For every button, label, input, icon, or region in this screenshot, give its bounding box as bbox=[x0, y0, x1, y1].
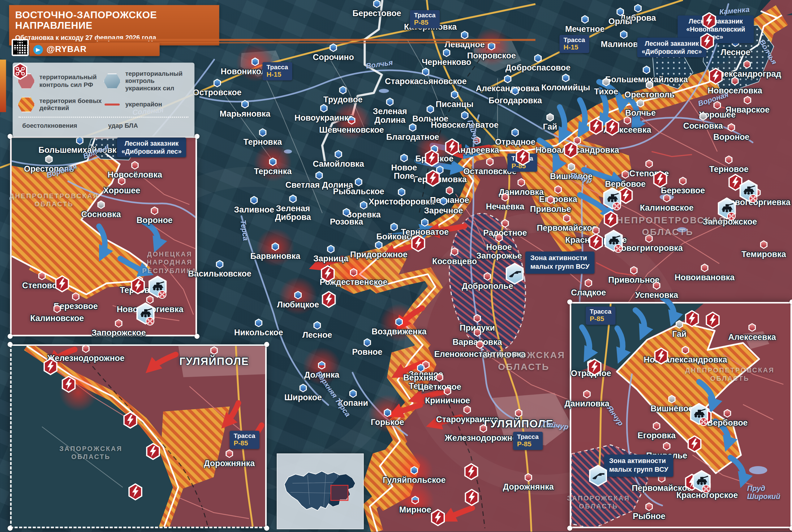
town[interactable]: Розовка bbox=[330, 208, 363, 226]
town[interactable]: Калиновское bbox=[30, 304, 84, 323]
town[interactable]: Любицкое bbox=[277, 291, 319, 309]
town[interactable]: Васильковское bbox=[188, 260, 251, 278]
town[interactable]: Новоалександровка bbox=[643, 346, 727, 364]
town-marker-icon bbox=[210, 346, 218, 355]
town[interactable]: Благодатное bbox=[386, 123, 439, 141]
town-label: Вороное bbox=[136, 216, 173, 225]
town[interactable]: Островское bbox=[193, 79, 241, 97]
town[interactable]: Зеленая Диброва bbox=[275, 194, 311, 222]
town[interactable]: Новоселовка bbox=[708, 77, 762, 95]
town[interactable]: Алексеевка bbox=[728, 323, 776, 341]
town[interactable]: Доброспасовое bbox=[506, 54, 571, 72]
town[interactable]: Красногорское bbox=[676, 481, 738, 499]
town[interactable]: Богодаровка bbox=[489, 87, 542, 105]
water-label: Пруд Широкий bbox=[747, 484, 780, 500]
town[interactable]: Терноватое bbox=[401, 218, 449, 236]
town[interactable]: Отрадное bbox=[571, 359, 611, 378]
town[interactable]: Трудовое bbox=[323, 86, 363, 104]
town[interactable]: Горькое bbox=[371, 408, 404, 427]
town[interactable]: ГУЛЯЙПОЛЕ bbox=[180, 346, 249, 367]
town[interactable]: Рыбное bbox=[633, 502, 665, 520]
town[interactable]: Никольское bbox=[234, 319, 283, 337]
town-label: Отрадное bbox=[495, 138, 535, 146]
region-label: ЗАПОРОЖСКАЯ ОБЛАСТЬ bbox=[482, 350, 565, 373]
town[interactable]: Черненково bbox=[422, 48, 471, 66]
town[interactable]: Новоивановка bbox=[675, 264, 735, 282]
town[interactable]: Мечетное bbox=[565, 15, 605, 33]
town[interactable]: Шевченковское bbox=[319, 116, 384, 134]
town[interactable]: Широкое bbox=[284, 384, 322, 402]
town[interactable]: Степовое bbox=[629, 159, 669, 178]
town[interactable]: Большемихайловка bbox=[38, 136, 121, 155]
town[interactable]: Гай bbox=[543, 113, 557, 131]
town[interactable]: Криничное bbox=[425, 387, 470, 405]
town[interactable]: Герасимовка bbox=[413, 166, 467, 184]
town[interactable]: Новое Запорожье bbox=[476, 233, 522, 261]
legend-combat-zone-label: территория боевых действий bbox=[39, 97, 103, 112]
town[interactable]: Новоскелеватое bbox=[431, 111, 499, 129]
town[interactable]: Новоалександровка bbox=[535, 136, 619, 155]
town[interactable]: Вишнёвое bbox=[650, 395, 693, 413]
town[interactable]: Приволье bbox=[530, 195, 571, 214]
town[interactable]: Рождественское bbox=[320, 268, 387, 286]
road-badge-number: Н-15 bbox=[266, 71, 288, 79]
town-label: Воздвиженка bbox=[372, 327, 427, 336]
town[interactable]: Волчье bbox=[625, 99, 656, 117]
town[interactable]: Темировка bbox=[741, 240, 786, 259]
town-marker-icon bbox=[501, 219, 509, 228]
town[interactable]: Лесное bbox=[302, 321, 332, 339]
town[interactable]: Отрадное bbox=[495, 128, 535, 146]
town[interactable]: Ровное bbox=[352, 338, 382, 357]
town[interactable]: Березовое bbox=[661, 177, 705, 195]
town[interactable]: Марьяновка bbox=[220, 100, 270, 118]
town[interactable]: Степовое bbox=[22, 271, 62, 290]
town[interactable]: Доброполье bbox=[461, 272, 513, 290]
town[interactable]: Придорожное bbox=[350, 241, 408, 259]
town[interactable]: Орестополь bbox=[625, 81, 675, 99]
town[interactable]: Коломийцы bbox=[542, 74, 590, 92]
town-label: Доброполье bbox=[461, 282, 513, 290]
town[interactable]: Терновое bbox=[709, 156, 748, 174]
town[interactable]: Успеновка bbox=[635, 281, 678, 299]
town-marker-icon bbox=[547, 195, 554, 204]
town[interactable]: Гуляйпольское bbox=[383, 466, 446, 484]
town[interactable]: Вербовое bbox=[707, 409, 748, 427]
town-label: Березовое bbox=[661, 186, 705, 195]
town[interactable]: Сладкое bbox=[571, 279, 606, 297]
town[interactable]: Старокасьяновское bbox=[385, 68, 467, 86]
town[interactable]: Братское bbox=[415, 145, 453, 163]
town[interactable]: Вороное bbox=[136, 206, 173, 225]
town[interactable]: Железнодорожное bbox=[445, 424, 522, 442]
town[interactable]: Берестовое bbox=[352, 0, 401, 18]
town[interactable]: Барвиновка bbox=[250, 242, 300, 261]
town[interactable]: Терновка bbox=[244, 128, 282, 146]
town[interactable]: Косовцево bbox=[432, 247, 477, 266]
town-marker-icon bbox=[446, 186, 453, 195]
town[interactable]: Вороное bbox=[713, 123, 750, 141]
town[interactable]: Калиновское bbox=[640, 194, 694, 212]
town[interactable]: Гай bbox=[672, 320, 686, 338]
town[interactable]: Новое Поле bbox=[391, 154, 417, 181]
town[interactable]: Зарница bbox=[314, 245, 348, 263]
town[interactable]: Сорочино bbox=[313, 43, 354, 61]
town[interactable]: Дорожнянка bbox=[503, 473, 554, 492]
town[interactable]: Тихое bbox=[594, 78, 618, 96]
town[interactable]: Новогеоргиевка bbox=[117, 296, 183, 314]
town[interactable]: Дорожнянка bbox=[204, 450, 254, 468]
town[interactable]: Запорожское bbox=[92, 319, 146, 338]
town[interactable]: Алексеевка bbox=[604, 116, 651, 134]
town[interactable]: Мирное bbox=[399, 496, 431, 514]
town[interactable]: Воздвиженка bbox=[372, 318, 427, 336]
town[interactable]: Заливное bbox=[234, 196, 274, 214]
town[interactable]: Орлы bbox=[608, 7, 632, 26]
town[interactable]: Нечаевка bbox=[486, 193, 524, 211]
town[interactable]: Егоровка bbox=[638, 422, 676, 440]
town[interactable]: Железнодорожное bbox=[47, 344, 125, 362]
town[interactable]: Заречное bbox=[424, 197, 463, 215]
town[interactable]: Даниловка bbox=[565, 390, 609, 408]
town[interactable]: Самойловка bbox=[313, 150, 364, 168]
town-label: Васильковское bbox=[188, 270, 251, 278]
town[interactable]: Новогеоргиевка bbox=[724, 188, 790, 207]
town[interactable]: Хорошее bbox=[103, 177, 140, 195]
town[interactable]: Терновое bbox=[120, 276, 159, 294]
